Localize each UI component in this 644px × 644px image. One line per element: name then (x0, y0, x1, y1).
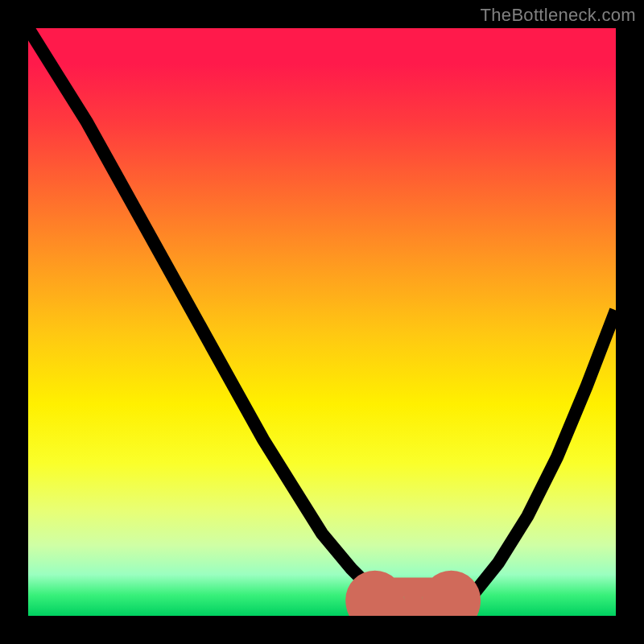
curve-layer (28, 28, 616, 616)
bottleneck-curve (28, 28, 616, 616)
chart-stage: TheBottleneck.com (0, 0, 644, 644)
bottleneck-curve-path (28, 28, 616, 616)
plot-area (28, 28, 616, 616)
watermark-text: TheBottleneck.com (481, 5, 636, 26)
optimal-range-path (375, 600, 452, 607)
optimal-range-marker (375, 600, 452, 607)
